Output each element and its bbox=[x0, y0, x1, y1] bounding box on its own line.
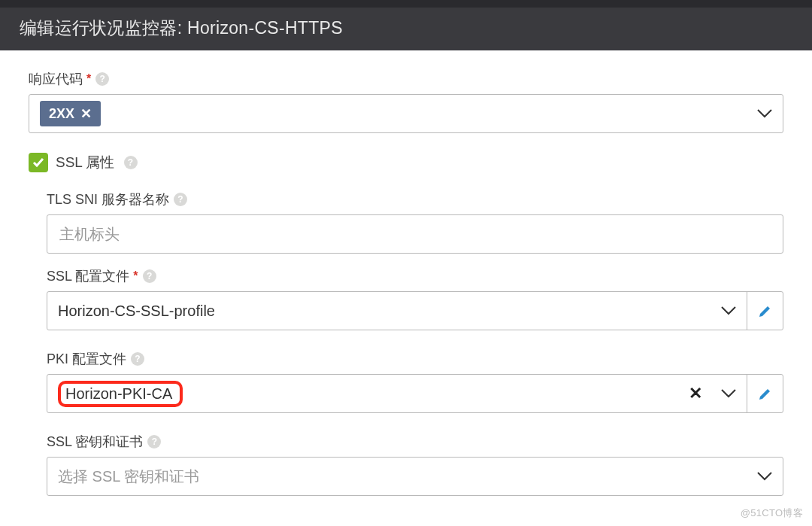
label-tls-sni: TLS SNI 服务器名称 ? bbox=[47, 190, 783, 208]
response-codes-select[interactable]: 2XX ✕ bbox=[29, 94, 783, 133]
response-code-chip[interactable]: 2XX ✕ bbox=[40, 101, 101, 126]
highlight-box: Horizon-PKI-CA bbox=[58, 381, 183, 407]
field-ssl-key-cert: SSL 密钥和证书 ? bbox=[47, 433, 783, 496]
label-ssl-key-cert: SSL 密钥和证书 ? bbox=[47, 433, 783, 451]
dialog-body: 响应代码 * ? 2XX ✕ SSL 属性 ? TLS SN bbox=[0, 50, 812, 496]
help-icon[interactable]: ? bbox=[143, 269, 156, 283]
ssl-attributes-panel: TLS SNI 服务器名称 ? SSL 配置文件 * ? Horizon-CS-… bbox=[47, 190, 783, 496]
chevron-down-icon[interactable] bbox=[747, 95, 783, 132]
help-icon[interactable]: ? bbox=[174, 193, 187, 206]
label-response-codes: 响应代码 * ? bbox=[29, 70, 783, 88]
label-pki-profile: PKI 配置文件 ? bbox=[47, 350, 783, 368]
checkbox-checked-icon[interactable] bbox=[29, 153, 48, 172]
ssl-profile-select[interactable]: Horizon-CS-SSL-profile bbox=[47, 291, 783, 330]
ssl-attributes-toggle[interactable]: SSL 属性 ? bbox=[29, 153, 783, 172]
dialog-title: 编辑运行状况监控器: Horizon-CS-HTTPS bbox=[20, 18, 343, 38]
ssl-profile-value: Horizon-CS-SSL-profile bbox=[58, 303, 215, 320]
ssl-key-cert-select[interactable] bbox=[47, 457, 783, 496]
chevron-down-icon[interactable] bbox=[710, 375, 747, 412]
edit-button[interactable] bbox=[747, 375, 783, 412]
ssl-attributes-label: SSL 属性 bbox=[56, 153, 115, 172]
dialog-header: 编辑运行状况监控器: Horizon-CS-HTTPS bbox=[0, 8, 812, 50]
chevron-down-icon[interactable] bbox=[710, 292, 747, 330]
tls-sni-input[interactable] bbox=[47, 214, 783, 254]
help-icon[interactable]: ? bbox=[147, 435, 161, 448]
chevron-down-icon[interactable] bbox=[747, 458, 783, 495]
required-mark: * bbox=[132, 270, 138, 282]
help-icon[interactable]: ? bbox=[95, 72, 109, 86]
window-top-strip bbox=[0, 0, 812, 8]
pki-profile-select[interactable]: Horizon-PKI-CA ✕ bbox=[47, 374, 783, 413]
field-response-codes: 响应代码 * ? 2XX ✕ bbox=[29, 70, 783, 133]
remove-icon[interactable]: ✕ bbox=[80, 105, 92, 122]
field-tls-sni: TLS SNI 服务器名称 ? bbox=[47, 190, 783, 254]
watermark-text: @51CTO博客 bbox=[741, 506, 803, 520]
help-icon[interactable]: ? bbox=[131, 352, 144, 366]
help-icon[interactable]: ? bbox=[124, 156, 138, 169]
field-ssl-profile: SSL 配置文件 * ? Horizon-CS-SSL-profile bbox=[47, 267, 783, 330]
label-ssl-profile: SSL 配置文件 * ? bbox=[47, 267, 783, 285]
edit-button[interactable] bbox=[747, 292, 783, 330]
clear-icon[interactable]: ✕ bbox=[680, 375, 710, 412]
required-mark: * bbox=[86, 73, 91, 85]
ssl-key-cert-input[interactable] bbox=[58, 468, 736, 485]
field-pki-profile: PKI 配置文件 ? Horizon-PKI-CA ✕ bbox=[47, 350, 783, 413]
pki-profile-value: Horizon-PKI-CA bbox=[65, 385, 172, 402]
chip-text: 2XX bbox=[49, 106, 74, 122]
